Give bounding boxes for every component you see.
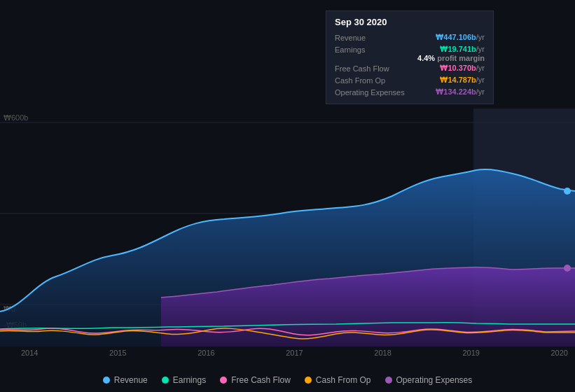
svg-point-4 — [564, 188, 571, 195]
x-label-2020: 2020 — [550, 349, 567, 357]
tooltip-revenue-label: Revenue — [335, 34, 366, 42]
legend-item-earnings[interactable]: Earnings — [162, 375, 206, 385]
x-label-2015: 2015 — [109, 349, 126, 357]
tooltip-profit-margin: 4.4% profit margin — [335, 54, 485, 62]
tooltip-revenue-row: Revenue ₩447.106b/yr — [335, 31, 485, 43]
legend-label-cashop: Cash From Op — [316, 375, 371, 385]
x-axis-labels: 2014 2015 2016 2017 2018 2019 2020 — [21, 349, 568, 357]
tooltip-opex-row: Operating Expenses ₩134.224b/yr — [335, 86, 485, 98]
x-label-2019: 2019 — [462, 349, 479, 357]
x-label-2017: 2017 — [286, 349, 303, 357]
tooltip-revenue-value: ₩447.106b/yr — [436, 33, 485, 42]
tooltip-fcf-row: Free Cash Flow ₩10.370b/yr — [335, 62, 485, 74]
x-label-2014: 2014 — [21, 349, 38, 357]
legend-item-cashop[interactable]: Cash From Op — [305, 375, 371, 385]
legend-item-fcf[interactable]: Free Cash Flow — [220, 375, 291, 385]
x-label-2016: 2016 — [198, 349, 214, 357]
tooltip-cashop-row: Cash From Op ₩14.787b/yr — [335, 74, 485, 86]
legend-dot-fcf — [220, 377, 227, 384]
chart-container: Sep 30 2020 Revenue ₩447.106b/yr Earning… — [0, 0, 575, 392]
tooltip-fcf-value: ₩10.370b/yr — [440, 64, 485, 73]
legend-dot-opex — [385, 377, 392, 384]
legend-item-revenue[interactable]: Revenue — [103, 375, 148, 385]
chart-svg — [0, 108, 575, 346]
svg-point-5 — [564, 265, 571, 272]
tooltip-opex-label: Operating Expenses — [335, 88, 405, 97]
legend-label-opex: Operating Expenses — [396, 375, 473, 385]
tooltip-cashop-value: ₩14.787b/yr — [440, 76, 485, 85]
legend: Revenue Earnings Free Cash Flow Cash Fro… — [0, 375, 575, 385]
x-label-2018: 2018 — [374, 349, 391, 357]
legend-item-opex[interactable]: Operating Expenses — [385, 375, 473, 385]
legend-label-revenue: Revenue — [114, 375, 148, 385]
legend-dot-earnings — [162, 377, 169, 384]
legend-label-earnings: Earnings — [173, 375, 206, 385]
tooltip-earnings-value: ₩19.741b/yr — [440, 45, 485, 54]
tooltip-opex-value: ₩134.224b/yr — [436, 88, 485, 97]
tooltip: Sep 30 2020 Revenue ₩447.106b/yr Earning… — [326, 10, 494, 104]
tooltip-date: Sep 30 2020 — [335, 17, 485, 27]
tooltip-fcf-label: Free Cash Flow — [335, 64, 389, 73]
legend-label-fcf: Free Cash Flow — [231, 375, 291, 385]
tooltip-cashop-label: Cash From Op — [335, 76, 385, 85]
legend-dot-revenue — [103, 377, 110, 384]
legend-dot-cashop — [305, 377, 312, 384]
tooltip-earnings-label: Earnings — [335, 46, 365, 54]
